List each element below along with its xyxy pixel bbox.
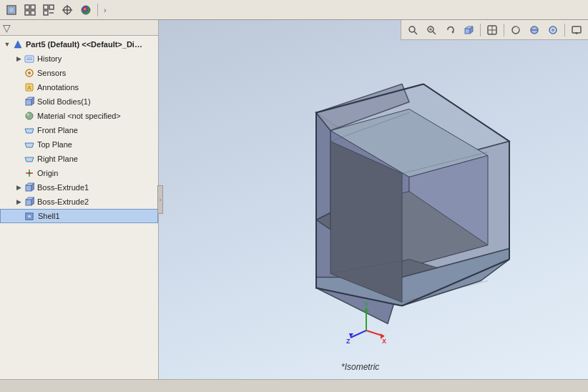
svg-rect-40 [27,215,31,218]
feature-tree-panel: ▽ ▼ Part5 (Default) <<Default>_Displa [0,20,159,379]
svg-text:Z: Z [346,338,351,345]
history-icon [24,53,35,64]
front-plane-icon [24,124,35,136]
section-view-button[interactable] [526,22,543,38]
svg-rect-15 [25,56,34,62]
grid-button[interactable] [21,2,39,18]
right-toolbar [401,20,588,40]
root-part-label: Part5 (Default) <<Default>_Displa [26,40,144,49]
filter-bar: ▽ [0,20,158,36]
display-style-button[interactable] [507,22,524,38]
boss-extrude2-icon [24,196,35,207]
right-plane-label: Right Plane [37,155,78,163]
history-label: History [37,54,62,63]
svg-point-19 [28,72,31,74]
svg-rect-33 [26,185,31,191]
monitor-button[interactable] [568,22,585,38]
boss-extrude1-icon [24,182,35,193]
svg-marker-27 [25,129,34,133]
zoom-area-button[interactable] [423,22,440,38]
svg-line-76 [414,31,417,34]
svg-rect-5 [31,11,35,15]
svg-rect-93 [572,26,581,33]
boss-extrude2-label: Boss-Extrude2 [37,197,89,206]
tree-item-history[interactable]: ▶ History [0,52,158,66]
color-button[interactable] [77,2,94,18]
tree-item-annotations[interactable]: ▶ A Annotations [0,80,158,94]
tree-root-part[interactable]: ▼ Part5 (Default) <<Default>_Displa [0,37,158,52]
status-bar [0,379,588,392]
svg-rect-82 [465,29,470,34]
svg-rect-36 [26,200,31,205]
rtoolbar-div2 [504,24,504,36]
panel-collapse-handle[interactable]: › [157,185,163,214]
tree-item-origin[interactable]: ▶ Origin [0,166,158,180]
filter-icon[interactable]: ▽ [3,22,11,34]
svg-point-13 [82,6,90,14]
sensors-icon [24,67,35,79]
annotations-label: Annotations [37,83,79,92]
boss2-expand-arrow[interactable]: ▶ [14,197,23,206]
svg-marker-49 [316,113,330,220]
svg-rect-2 [25,5,29,9]
toolbar-divider-1 [97,4,98,16]
rtoolbar-div3 [564,24,565,36]
tree-item-top-plane[interactable]: ▶ Top Plane [0,137,158,152]
solid-bodies-label: Solid Bodies(1) [37,97,91,106]
root-expand-arrow[interactable]: ▼ [3,40,11,49]
right-plane-icon [24,153,35,165]
svg-point-92 [552,29,554,31]
view-orient-button[interactable] [484,22,501,38]
top-plane-label: Top Plane [37,140,72,149]
history-expand-arrow[interactable]: ▶ [14,54,23,63]
tree-item-material[interactable]: ▶ Material <not specified> [0,109,158,123]
view-label: *Isometric [341,362,379,372]
move-button[interactable] [59,2,76,18]
tree-item-boss-extrude2[interactable]: ▶ Boss-Extrude2 [0,195,158,209]
svg-marker-28 [25,143,34,147]
annotations-icon: A [24,82,35,93]
sensors-label: Sensors [37,69,66,77]
feature-button[interactable] [40,2,57,18]
solid-bodies-icon [24,96,35,107]
view-cube-button[interactable] [460,22,477,38]
feature-tree: ▼ Part5 (Default) <<Default>_Displa ▶ [0,36,158,379]
select-tool-button[interactable] [3,2,20,18]
tree-item-right-plane[interactable]: ▶ Right Plane [0,152,158,166]
front-plane-label: Front Plane [37,126,78,134]
shell1-label: Shell1 [38,212,60,220]
svg-rect-7 [49,5,54,9]
svg-rect-1 [9,7,14,13]
boss1-expand-arrow[interactable]: ▶ [14,183,23,192]
tree-item-front-plane[interactable]: ▶ Front Plane [0,123,158,137]
svg-marker-73 [363,308,369,312]
shell1-icon [24,210,36,222]
axis-indicator: Z X Y [345,302,388,345]
zoom-to-fit-button[interactable] [404,22,421,38]
svg-text:A: A [27,84,31,91]
tree-item-sensors[interactable]: ▶ Sensors [0,66,158,80]
svg-line-78 [433,31,436,34]
material-label: Material <not specified> [37,112,121,120]
svg-marker-29 [25,157,34,162]
svg-rect-4 [25,11,29,15]
svg-point-26 [26,113,29,116]
3d-viewport[interactable]: Z X Y *Isometric [159,20,588,379]
tree-item-boss-extrude1[interactable]: ▶ Boss-Extrude1 [0,180,158,195]
svg-point-75 [409,26,415,32]
svg-marker-14 [14,41,21,48]
part-icon [12,39,24,50]
svg-rect-6 [44,5,48,9]
svg-text:Y: Y [364,302,368,308]
toolbar-more-button[interactable]: › [101,6,109,14]
tree-item-solid-bodies[interactable]: ▶ Solid Bodies(1) [0,94,158,109]
svg-rect-3 [31,5,35,9]
tree-item-shell1[interactable]: ▶ Shell1 [0,209,158,223]
svg-rect-8 [44,11,48,15]
3d-model [259,70,531,330]
svg-point-25 [26,112,33,119]
rotate-button[interactable] [441,22,459,38]
origin-icon [24,167,35,179]
view-setting-button[interactable] [544,22,562,38]
svg-rect-22 [26,99,31,105]
